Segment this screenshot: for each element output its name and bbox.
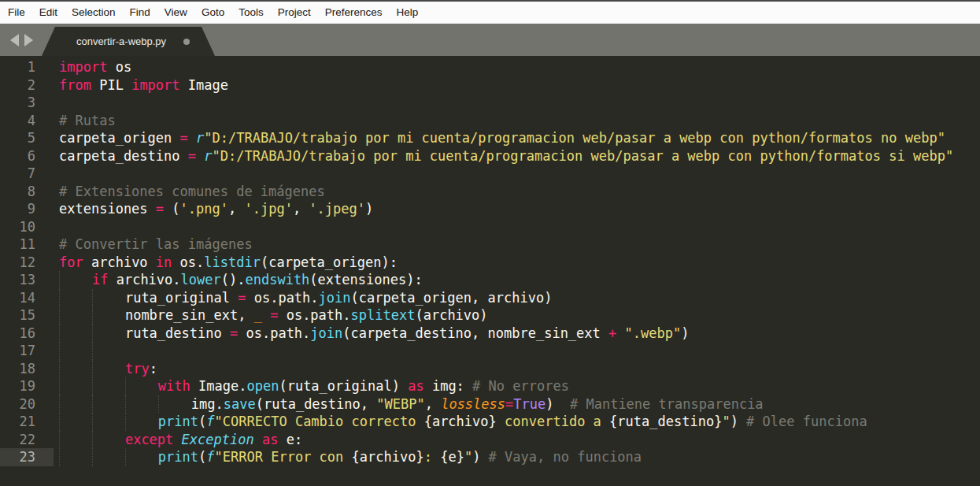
line-number: 1 [0,58,54,76]
code-line[interactable]: 3 [0,94,980,112]
code-text: print(f"CORRECTO Cambio correcto {archiv… [54,413,980,431]
tab-convertir-a-webp[interactable]: convertir-a-webp.py [42,27,215,56]
indent-guide [92,448,125,466]
line-number: 4 [0,112,54,130]
code-line[interactable]: 7 [0,165,980,183]
code-line[interactable]: 15 nombre_sin_ext, _ = os.path.splitext(… [0,306,980,325]
indent-guide [158,395,191,414]
line-number: 7 [0,165,54,183]
code-line[interactable]: 22 except Exception as e: [0,431,980,449]
line-number: 5 [0,129,54,147]
line-number: 15 [0,306,54,325]
line-number: 20 [0,395,54,414]
line-number: 11 [0,236,54,254]
line-number: 13 [0,271,54,289]
menu-item-file[interactable]: File [1,2,32,24]
menu-item-preferences[interactable]: Preferences [318,2,390,24]
line-number: 21 [0,413,54,431]
code-line[interactable]: 10 [0,218,980,236]
line-number: 17 [0,342,54,360]
indent-guide [59,306,92,325]
menu-item-help[interactable]: Help [390,2,426,24]
line-number: 12 [0,254,54,272]
indent-guide [125,395,158,414]
indent-guide [59,289,92,307]
indent-guide [92,360,125,378]
code-line[interactable]: 5carpeta_origen = r"D:/TRABAJO/trabajo p… [0,129,980,147]
code-text: img.save(ruta_destino, "WEBP", lossless=… [54,395,980,414]
code-text: carpeta_destino = r"D:/TRABAJO/trabajo p… [54,147,980,165]
code-line[interactable]: 11# Convertir las imágenes [0,236,980,254]
code-text: from PIL import Image [54,76,980,95]
indent-guide [59,377,92,395]
line-number: 9 [0,200,54,218]
code-text: if archivo.lower().endswith(extensiones)… [54,271,980,289]
code-line[interactable]: 23 print(f"ERROR Error con {archivo}: {e… [0,448,980,466]
indent-guide [92,377,125,395]
code-text [54,165,980,183]
indent-guide [59,448,92,466]
code-line[interactable]: 4# Rutas [0,112,980,130]
code-text: carpeta_origen = r"D:/TRABAJO/trabajo po… [54,129,980,147]
code-line[interactable]: 21 print(f"CORRECTO Cambio correcto {arc… [0,413,980,431]
code-text: # Rutas [54,112,980,130]
tab-nav-arrows [10,24,33,56]
menu-item-project[interactable]: Project [271,2,318,24]
back-arrow-icon[interactable] [10,34,19,46]
line-number: 14 [0,289,54,307]
indent-guide [92,342,125,360]
indent-guide [59,360,92,378]
line-number: 16 [0,325,54,343]
menu-item-selection[interactable]: Selection [65,2,123,24]
code-line[interactable]: 13 if archivo.lower().endswith(extension… [0,271,980,289]
code-text: print(f"ERROR Error con {archivo}: {e}")… [54,448,980,466]
code-text: # Convertir las imágenes [54,236,980,254]
line-number: 23 [0,448,54,466]
code-text: nombre_sin_ext, _ = os.path.splitext(arc… [54,306,980,325]
menu-item-tools[interactable]: Tools [231,2,271,24]
indent-guide [125,377,158,395]
indent-guide [92,325,125,343]
code-text: for archivo in os.listdir(carpeta_origen… [54,254,980,272]
code-line[interactable]: 19 with Image.open(ruta_original) as img… [0,377,980,395]
code-text: extensiones = ('.png', '.jpg', '.jpeg') [54,200,980,218]
menu-item-edit[interactable]: Edit [32,2,65,24]
line-number: 19 [0,377,54,395]
code-text [54,94,980,112]
indent-guide [92,431,125,449]
indent-guide [59,431,92,449]
code-line[interactable]: 1import os [0,58,980,76]
code-editor[interactable]: 1import os2from PIL import Image34# Ruta… [0,56,980,486]
menu-item-goto[interactable]: Goto [194,2,231,24]
code-line[interactable]: 12for archivo in os.listdir(carpeta_orig… [0,254,980,272]
forward-arrow-icon[interactable] [24,34,33,46]
menu-item-find[interactable]: Find [123,2,157,24]
line-number: 8 [0,183,54,201]
code-line[interactable]: 9extensiones = ('.png', '.jpg', '.jpeg') [0,200,980,218]
code-line[interactable]: 8# Extensiones comunes de imágenes [0,183,980,201]
code-text: with Image.open(ruta_original) as img: #… [54,377,980,395]
indent-guide [59,271,92,289]
line-number: 2 [0,76,54,95]
line-number: 22 [0,431,54,449]
line-number: 18 [0,360,54,378]
code-line[interactable]: 2from PIL import Image [0,76,980,95]
code-line[interactable]: 17 [0,342,980,360]
code-line[interactable]: 18 try: [0,360,980,378]
code-line[interactable]: 16 ruta_destino = os.path.join(carpeta_d… [0,325,980,343]
indent-guide [92,413,125,431]
indent-guide [59,395,92,414]
code-text [54,342,980,360]
code-line[interactable]: 20 img.save(ruta_destino, "WEBP", lossle… [0,395,980,414]
line-number: 3 [0,94,54,112]
menu-bar: FileEditSelectionFindViewGotoToolsProjec… [0,2,980,24]
indent-guide [125,413,158,431]
indent-guide [59,413,92,431]
menu-item-view[interactable]: View [157,2,194,24]
code-line[interactable]: 14 ruta_original = os.path.join(carpeta_… [0,289,980,307]
code-text: try: [54,360,980,378]
code-text: ruta_original = os.path.join(carpeta_ori… [54,289,980,307]
tab-label: convertir-a-webp.py [76,35,166,47]
code-line[interactable]: 6carpeta_destino = r"D:/TRABAJO/trabajo … [0,147,980,165]
indent-guide [92,395,125,414]
